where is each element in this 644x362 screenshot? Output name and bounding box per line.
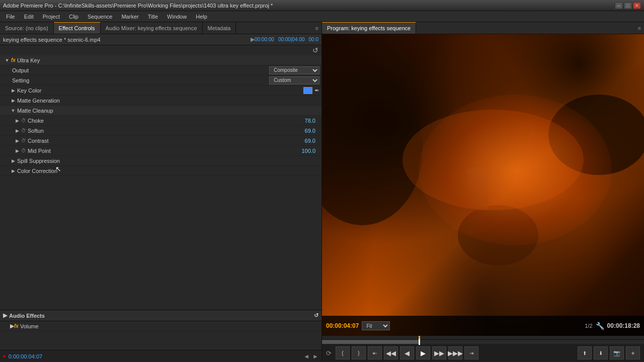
svg-point-4 [465, 167, 491, 175]
tab-effect-controls[interactable]: Effect Controls [54, 22, 101, 34]
program-scrubber[interactable] [322, 340, 644, 344]
output-select[interactable]: Composite Alpha Channel [269, 66, 319, 74]
mark-in-button[interactable]: { [336, 346, 350, 359]
program-monitor: 00:00:04:07 Fit 25% 50% 75% 100% 1/2 🔧 0… [322, 34, 644, 336]
volume-expand[interactable]: ▶ [10, 323, 14, 329]
program-panel-menu[interactable]: ≡ [635, 22, 644, 34]
svg-rect-3 [468, 170, 488, 210]
tab-source[interactable]: Source: (no clips) [0, 22, 54, 34]
audio-expand-icon[interactable]: ▶ [3, 312, 7, 319]
ultra-key-row: ▼ fx Ultra Key [0, 55, 321, 65]
matte-gen-expand[interactable]: ▶ [10, 98, 16, 104]
output-label: Output [12, 67, 269, 73]
time-mid: 00:00|04:00 [278, 37, 305, 42]
mid-point-label: Mid Point [28, 148, 295, 154]
matte-cleanup-row: ▼ Matte Cleanup [0, 106, 321, 116]
monitor-settings-icon[interactable]: 🔧 [596, 322, 604, 330]
contrast-label: Contrast [28, 138, 295, 144]
color-correction-row: ▶ Color Correction [0, 166, 321, 176]
back-frame-button[interactable]: ◀ [400, 346, 414, 359]
forward-frame-button[interactable]: ▶▶ [432, 346, 446, 359]
contrast-stopwatch: ⏱ [21, 138, 26, 143]
menu-item-window[interactable]: Window [163, 13, 191, 21]
ultra-key-expand[interactable]: ▼ [4, 57, 10, 63]
svg-point-1 [548, 95, 644, 175]
contrast-expand[interactable]: ▶ [14, 138, 20, 144]
button-mark-out-left[interactable]: ► [312, 353, 318, 360]
tab-audio-mixer[interactable]: Audio Mixer: keying effects sequence [101, 22, 203, 34]
monitor-controls-bar: 00:00:04:07 Fit 25% 50% 75% 100% 1/2 🔧 0… [322, 316, 644, 336]
setting-label: Setting [12, 77, 269, 83]
ultra-key-label: Ultra Key [17, 57, 319, 63]
menu-item-sequence[interactable]: Sequence [84, 13, 117, 21]
play-button[interactable]: ▶ [416, 346, 430, 359]
spill-expand[interactable]: ▶ [10, 158, 16, 164]
choke-value[interactable]: 78.0 [295, 118, 315, 124]
go-to-out-button[interactable]: ⇥ [464, 346, 478, 359]
monitor-total-time: 00:00:18:28 [607, 322, 640, 329]
menu-item-edit[interactable]: Edit [20, 13, 38, 21]
panel-menu-button[interactable]: ≡ [312, 22, 321, 34]
setting-select[interactable]: Custom Aggressive Relaxed Default [269, 76, 319, 84]
menu-item-marker[interactable]: Marker [117, 13, 142, 21]
tab-metadata[interactable]: Metadata [203, 22, 236, 34]
audio-reset-icon[interactable]: ↺ [314, 312, 318, 319]
choke-expand[interactable]: ▶ [14, 118, 20, 124]
reset-button[interactable]: ↺ [312, 46, 318, 54]
contrast-value[interactable]: 69.0 [295, 138, 315, 144]
color-correction-expand[interactable]: ▶ [10, 168, 16, 174]
menu-item-help[interactable]: Help [192, 13, 211, 21]
key-color-expand[interactable]: ▶ [10, 87, 16, 94]
softun-row: ▶ ⏱ Softun 69.0 [0, 126, 321, 136]
svg-point-5 [403, 110, 584, 210]
button-mark-in-left[interactable]: ◄ [303, 353, 309, 360]
time-end: 00:0 [309, 37, 318, 42]
step-back-button[interactable]: ◀◀ [384, 346, 398, 359]
overwrite-button[interactable]: ⬇ [594, 346, 608, 359]
volume-row: ▶ fx Volume [0, 321, 321, 331]
mid-point-value[interactable]: 100.0 [295, 148, 315, 154]
tab-program-monitor[interactable]: Program: keying effects sequence [322, 22, 416, 34]
key-color-label: Key Color [17, 87, 303, 94]
fit-select[interactable]: Fit 25% 50% 75% 100% [362, 321, 390, 330]
camera-button[interactable]: 📷 [610, 346, 624, 359]
softun-expand[interactable]: ▶ [14, 128, 20, 134]
add-button[interactable]: + [626, 346, 640, 359]
mid-point-expand[interactable]: ▶ [14, 148, 20, 154]
spill-suppression-row: ▶ Spill Suppression [0, 156, 321, 166]
effect-content: ▼ fx Ultra Key Output Composite Alpha Ch… [0, 55, 321, 310]
loop-button[interactable]: ⟳ [326, 349, 332, 357]
volume-fx-icon: fx [14, 323, 19, 329]
right-panel: Program: keying effects sequence ≡ [322, 22, 644, 362]
transport-controls: ⟳ { } ⇤ ◀◀ ◀ ▶ ▶▶ ▶▶▶ ⇥ ⬆ ⬇ 📷 + [322, 344, 644, 362]
output-row: Output Composite Alpha Channel [0, 65, 321, 75]
clip-header: keying effects sequence * scenic-6.mp4 ▶… [0, 34, 321, 45]
matte-generation-row: ▶ Matte Generation [0, 96, 321, 106]
softun-value[interactable]: 69.0 [295, 128, 315, 134]
matte-cleanup-expand[interactable]: ▼ [10, 108, 16, 114]
video-frame [322, 34, 644, 336]
monitor-current-time: 00:00:04:07 [326, 322, 359, 329]
menu-item-file[interactable]: File [2, 13, 19, 21]
close-button[interactable]: ✕ [633, 2, 641, 9]
go-to-in-button[interactable]: ⇤ [368, 346, 382, 359]
effect-controls-tabs: Source: (no clips) Effect Controls Audio… [0, 22, 321, 34]
window-controls: ─ □ ✕ [615, 2, 641, 9]
mark-out-button[interactable]: } [352, 346, 366, 359]
marker-row [322, 336, 644, 340]
menu-item-clip[interactable]: Clip [65, 13, 83, 21]
window-title: Adobe Premiere Pro - C:\InfiniteSkills-a… [3, 3, 615, 9]
menu-item-project[interactable]: Project [39, 13, 64, 21]
program-scrubber-area [322, 336, 644, 344]
insert-button[interactable]: ⬆ [578, 346, 592, 359]
monitor-fraction: 1/2 [585, 323, 592, 329]
eyedropper-icon[interactable]: ✒ [314, 87, 319, 94]
record-dot: ● [3, 354, 6, 358]
main-layout: Source: (no clips) Effect Controls Audio… [0, 22, 644, 362]
minimize-button[interactable]: ─ [615, 2, 623, 9]
audio-effects-section: ▶ Audio Effects ↺ ▶ fx Volume [0, 310, 321, 350]
key-color-swatch[interactable] [303, 87, 312, 94]
step-forward-button[interactable]: ▶▶▶ [448, 346, 462, 359]
maximize-button[interactable]: □ [624, 2, 632, 9]
menu-item-title[interactable]: Title [144, 13, 162, 21]
